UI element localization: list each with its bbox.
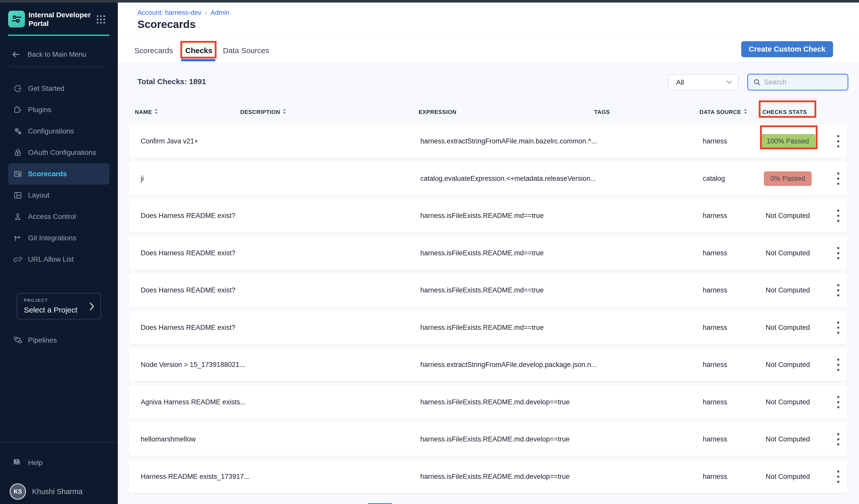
pipelines-label: Pipelines: [28, 336, 57, 344]
brand: Internal Developer Portal: [8, 11, 110, 29]
sort-icon[interactable]: [154, 108, 158, 116]
sidebar-item-configurations[interactable]: Configurations: [8, 121, 109, 142]
breadcrumb-admin-link[interactable]: Admin: [210, 9, 229, 17]
row-menu-kebab-icon[interactable]: [832, 385, 844, 418]
pagination-bar: [328, 503, 583, 504]
column-header-tags: TAGS: [594, 101, 610, 124]
svg-text:?: ?: [15, 459, 18, 463]
help-button[interactable]: ? Help: [8, 453, 109, 473]
sidebar-item-pipelines[interactable]: Pipelines: [8, 330, 109, 351]
table-row: Confirm Java v21+harness.extractStringFr…: [129, 125, 847, 158]
column-header-name[interactable]: NAME: [135, 101, 158, 124]
stats-text: Not Computed: [766, 398, 810, 406]
sidebar-item-get-started[interactable]: Get Started: [8, 78, 109, 99]
check-name: Agniva Harness README exists...: [141, 385, 246, 418]
sidebar-item-git-integrations[interactable]: Git Integrations: [8, 227, 109, 249]
gears-icon: [13, 127, 22, 136]
check-data-source: harness: [703, 236, 727, 270]
pipeline-icon: [13, 336, 22, 345]
search-box: [747, 74, 848, 91]
lock-icon: [13, 148, 22, 157]
check-stats: Not Computed: [757, 423, 818, 456]
row-menu-kebab-icon[interactable]: [832, 236, 844, 270]
check-name: Does Harness README exist?: [141, 236, 235, 270]
sidebar-item-oauth-configurations[interactable]: OAuth Configurations: [8, 142, 109, 163]
sidebar-item-label: Scorecards: [28, 170, 67, 178]
sort-icon[interactable]: [744, 108, 747, 116]
create-custom-check-button[interactable]: Create Custom Check: [741, 41, 833, 57]
check-name: Does Harness README exist?: [141, 199, 235, 232]
tabbar: Scorecards Checks Data Sources Create Cu…: [118, 39, 859, 63]
check-stats: Not Computed: [757, 460, 818, 493]
page-header: Account: harness-dev › Admin Scorecards: [118, 2, 859, 39]
check-name: Does Harness README exist?: [141, 274, 235, 307]
checks-content: Total Checks: 1891 All NAMEDESCRIPTIONEX…: [118, 63, 859, 504]
total-checks-label: Total Checks: 1891: [137, 77, 206, 86]
sidebar-item-label: Configurations: [28, 127, 74, 135]
row-menu-kebab-icon[interactable]: [832, 460, 844, 493]
check-data-source: catalog: [703, 162, 725, 195]
sort-icon[interactable]: [283, 108, 286, 116]
sidebar-item-label: Plugins: [28, 106, 51, 114]
sidebar-item-access-control[interactable]: Access Control: [8, 206, 109, 227]
filter-dropdown[interactable]: All: [668, 75, 739, 90]
sidebar-item-label: Get Started: [28, 85, 64, 93]
check-expression: harness.isFileExists.README.md.develop==…: [420, 460, 570, 493]
tab-data-sources[interactable]: Data Sources: [223, 39, 269, 63]
row-menu-kebab-icon[interactable]: [832, 311, 844, 344]
row-menu-kebab-icon[interactable]: [832, 423, 844, 456]
column-header-data-source[interactable]: DATA SOURCE: [699, 101, 747, 124]
check-expression: harness.extractStringFromAFile.main.baze…: [420, 125, 597, 158]
stats-text: Not Computed: [766, 249, 810, 257]
user-menu[interactable]: KS Khushi Sharma: [8, 480, 109, 503]
apps-grid-icon[interactable]: [97, 15, 105, 24]
table-row: hellomarshmellowharness.isFileExists.REA…: [129, 423, 847, 456]
column-header-label: DATA SOURCE: [699, 109, 741, 116]
row-menu-kebab-icon[interactable]: [832, 348, 844, 381]
brand-title: Internal Developer Portal: [29, 11, 91, 28]
stats-text: Not Computed: [766, 436, 810, 443]
back-label: Back to Main Menu: [28, 50, 86, 59]
tab-scorecards[interactable]: Scorecards: [134, 39, 173, 63]
stats-text: Not Computed: [766, 473, 810, 480]
sidebar: Internal Developer Portal Back to Main M…: [0, 2, 118, 504]
link-icon: [13, 255, 22, 264]
check-name: Does Harness README exist?: [141, 311, 235, 344]
row-menu-kebab-icon[interactable]: [832, 274, 844, 307]
sidebar-bottom-divider: [0, 442, 118, 443]
sidebar-item-label: OAuth Configurations: [28, 149, 96, 157]
search-icon: [753, 78, 761, 86]
sidebar-item-url-allow-list[interactable]: URL Allow List: [8, 249, 109, 270]
person-icon: [13, 212, 22, 221]
check-data-source: harness: [703, 125, 727, 158]
check-expression: harness.isFileExists.README.md==true: [420, 199, 544, 232]
idp-logo-icon: [8, 11, 25, 28]
check-data-source: harness: [703, 460, 727, 493]
sidebar-item-plugins[interactable]: Plugins: [8, 99, 109, 121]
check-expression: harness.isFileExists.README.md.develop==…: [420, 385, 570, 418]
layout-icon: [13, 191, 22, 200]
column-header-label: EXPRESSION: [419, 109, 456, 116]
check-name: ji: [141, 162, 144, 195]
table-row: Harness README exists_173917...harness.i…: [129, 460, 847, 493]
sidebar-item-scorecards[interactable]: Scorecards: [8, 163, 109, 185]
breadcrumb-separator: ›: [205, 9, 207, 16]
scorecard-icon: [13, 169, 22, 179]
check-expression: harness.extractStringFromAFile.develop.p…: [420, 348, 597, 381]
row-menu-kebab-icon[interactable]: [832, 162, 844, 195]
sidebar-divider: [8, 59, 109, 67]
search-input[interactable]: [764, 78, 845, 86]
help-label: Help: [28, 459, 43, 467]
project-selector[interactable]: PROJECT Select a Project: [17, 293, 101, 319]
breadcrumb-account-link[interactable]: Account: harness-dev: [137, 9, 201, 17]
sidebar-item-label: Git Integrations: [28, 234, 76, 242]
main-area: Account: harness-dev › Admin Scorecards …: [118, 2, 859, 504]
column-header-description[interactable]: DESCRIPTION: [240, 101, 286, 124]
column-header-label: CHECKS STATS: [762, 109, 807, 116]
sidebar-item-layout[interactable]: Layout: [8, 185, 109, 206]
check-data-source: harness: [703, 423, 727, 456]
check-expression: harness.isFileExists.README.md==true: [420, 236, 544, 270]
check-name: Node Version > 15_1739188021...: [141, 348, 245, 381]
row-menu-kebab-icon[interactable]: [832, 199, 844, 232]
row-menu-kebab-icon[interactable]: [832, 125, 844, 158]
